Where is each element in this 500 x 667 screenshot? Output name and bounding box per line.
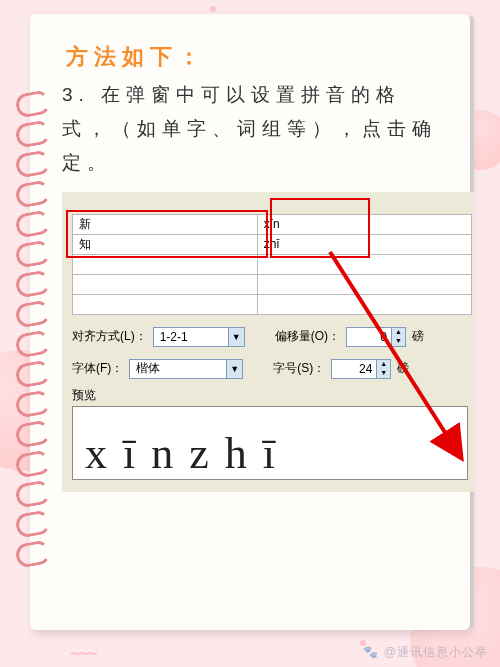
size-label: 字号(S)： <box>273 360 325 377</box>
size-unit: 磅 <box>397 360 409 377</box>
align-combo[interactable]: 1-2-1 ▼ <box>153 327 245 347</box>
align-label: 对齐方式(L)： <box>72 328 147 345</box>
highlight-box-pinyin <box>270 198 370 258</box>
font-combo[interactable]: 楷体 ▼ <box>129 359 243 379</box>
spinner-up-icon[interactable]: ▲ <box>391 328 405 337</box>
highlight-box-chars <box>66 210 268 258</box>
offset-spinner[interactable]: ▲▼ <box>346 327 406 347</box>
watermark: 🐾 @通讯信息小公举 <box>363 644 488 661</box>
preview-box: xīnzhī <box>72 406 468 480</box>
size-input[interactable] <box>332 360 376 378</box>
font-label: 字体(F)： <box>72 360 123 377</box>
chevron-down-icon[interactable]: ▼ <box>228 328 244 346</box>
section-heading: 方法如下： <box>66 42 206 72</box>
spinner-down-icon[interactable]: ▼ <box>376 369 390 378</box>
tutorial-card: 方法如下： 3. 在弹窗中可以设置拼音的格式，（如单字、词组等），点击确定。 新… <box>30 14 470 630</box>
offset-unit: 磅 <box>412 328 424 345</box>
spiral-binding <box>16 92 44 560</box>
preview-label: 预览 <box>72 387 474 404</box>
chevron-down-icon[interactable]: ▼ <box>226 360 242 378</box>
preview-text: xīnzhī <box>85 428 291 479</box>
spinner-down-icon[interactable]: ▼ <box>391 337 405 346</box>
size-spinner[interactable]: ▲▼ <box>331 359 391 379</box>
spinner-up-icon[interactable]: ▲ <box>376 360 390 369</box>
offset-input[interactable] <box>347 328 391 346</box>
instruction-text: 3. 在弹窗中可以设置拼音的格式，（如单字、词组等），点击确定。 <box>62 78 450 180</box>
offset-label: 偏移量(O)： <box>275 328 340 345</box>
dialog-screenshot: 新 xīn 知 zhī 对齐方式(L)： 1-2-1 <box>62 192 474 492</box>
